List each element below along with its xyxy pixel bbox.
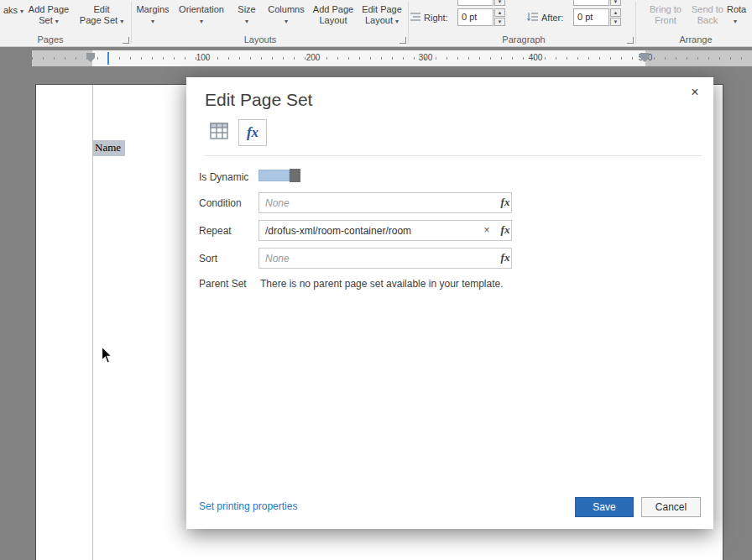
is-dynamic-label: Is Dynamic bbox=[199, 171, 248, 183]
chevron-down-icon: ▾ bbox=[395, 18, 399, 25]
spinner-down-icon[interactable]: ▼ bbox=[494, 18, 505, 26]
margins-button[interactable]: Margins ▾ bbox=[133, 4, 173, 27]
spinner-down-icon[interactable]: ▼ bbox=[610, 18, 621, 26]
chevron-down-icon: ▾ bbox=[55, 18, 59, 25]
is-dynamic-toggle[interactable] bbox=[258, 169, 300, 182]
paragraph-dialog-launcher-icon[interactable] bbox=[627, 37, 634, 44]
after-spacing-label: After: bbox=[541, 13, 563, 23]
orientation-button[interactable]: Orientation ▾ bbox=[175, 4, 228, 27]
right-spacing-label: Right: bbox=[424, 13, 448, 23]
edit-page-layout-button[interactable]: Edit Page Layout ▾ bbox=[358, 4, 406, 27]
dialog-title: Edit Page Set bbox=[205, 90, 312, 110]
tab-page-set-expressions[interactable]: fx bbox=[238, 119, 267, 146]
set-printing-properties-link[interactable]: Set printing properties bbox=[199, 500, 297, 512]
columns-label: Columns bbox=[265, 4, 307, 15]
chevron-down-icon: ▾ bbox=[245, 18, 248, 25]
right-spacing-spinner[interactable]: 0 pt ▲ ▼ bbox=[457, 8, 505, 27]
fx-icon[interactable]: fx bbox=[499, 196, 512, 209]
rotate-label: Rota bbox=[727, 4, 752, 15]
sort-label: Sort bbox=[199, 253, 217, 264]
condition-input[interactable] bbox=[258, 192, 512, 213]
size-button[interactable]: Size ▾ bbox=[230, 4, 264, 27]
edit-page-set-dialog: Edit Page Set × fx Is Dynamic Co bbox=[186, 77, 713, 529]
ruler-cursor-indicator bbox=[107, 52, 109, 65]
mouse-cursor-icon bbox=[101, 346, 113, 369]
cropped-spinner[interactable]: ▲▼ bbox=[457, 0, 505, 7]
breaks-label: aks bbox=[3, 5, 18, 15]
parent-set-label: Parent Set bbox=[199, 278, 247, 290]
horizontal-ruler[interactable]: 100 200 300 400 500 bbox=[32, 50, 752, 66]
bring-to-front-button[interactable]: Bring to Front bbox=[643, 4, 688, 26]
spacing-after-icon bbox=[527, 11, 539, 26]
after-spacing-value[interactable]: 0 pt bbox=[573, 8, 609, 26]
clear-icon[interactable]: × bbox=[481, 224, 493, 236]
ruler-number: 400 bbox=[525, 53, 546, 62]
add-page-layout-button[interactable]: Add Page Layout bbox=[309, 4, 358, 26]
add-page-layout-label-line1: Add Page bbox=[309, 4, 358, 15]
pages-dialog-launcher-icon[interactable] bbox=[123, 37, 129, 44]
edit-page-layout-label-line1: Edit Page bbox=[358, 4, 406, 15]
chevron-down-icon: ▾ bbox=[285, 18, 288, 25]
layouts-dialog-launcher-icon[interactable] bbox=[400, 37, 406, 44]
parent-set-message: There is no parent page set available in… bbox=[260, 278, 504, 290]
pages-group-label: Pages bbox=[17, 34, 84, 44]
page-set-grid-icon bbox=[209, 121, 229, 144]
spinner-down-icon[interactable]: ▼ bbox=[610, 0, 621, 6]
sort-input[interactable] bbox=[258, 248, 512, 269]
fx-icon[interactable]: fx bbox=[499, 223, 512, 237]
spinner-up-icon[interactable]: ▲ bbox=[494, 8, 505, 17]
ruler-number: 300 bbox=[415, 53, 436, 62]
toggle-track bbox=[258, 170, 290, 181]
arrange-group-label: Arrange bbox=[640, 34, 752, 44]
tab-page-set-general[interactable] bbox=[205, 119, 233, 146]
add-page-layout-label-line2: Layout bbox=[309, 15, 358, 26]
ruler-number: 200 bbox=[303, 53, 323, 62]
chevron-down-icon: ▾ bbox=[120, 18, 123, 25]
cancel-button[interactable]: Cancel bbox=[641, 497, 701, 517]
selected-table-cell[interactable]: Name bbox=[93, 140, 125, 156]
edit-page-set-button[interactable]: Edit Page Set ▾ bbox=[77, 4, 126, 27]
layouts-group-label: Layouts bbox=[134, 34, 386, 44]
send-to-back-label-line1: Send to bbox=[687, 4, 728, 15]
send-to-back-button[interactable]: Send to Back bbox=[687, 4, 728, 26]
chevron-down-icon: ▾ bbox=[200, 18, 203, 25]
edit-page-layout-label-line2: Layout bbox=[365, 15, 393, 25]
ribbon-toolbar: aks ▾ Add Page Set ▾ Edit Page Set ▾ Pag… bbox=[0, 0, 752, 47]
edit-page-set-label-line1: Edit bbox=[77, 4, 126, 15]
fx-icon[interactable]: fx bbox=[499, 251, 512, 264]
ruler-number: 100 bbox=[193, 53, 213, 62]
edit-page-set-label-line2: Page Set bbox=[80, 15, 118, 25]
after-spacing-spinner[interactable]: 0 pt ▲ ▼ bbox=[573, 8, 621, 27]
spinner-down-icon[interactable]: ▼ bbox=[494, 0, 505, 6]
group-divider bbox=[131, 2, 132, 44]
repeat-input[interactable] bbox=[258, 220, 512, 241]
add-page-set-label-line2: Set bbox=[39, 15, 53, 25]
bring-to-front-label-line1: Bring to bbox=[643, 4, 688, 15]
fx-icon: fx bbox=[247, 124, 258, 141]
paragraph-group-label: Paragraph bbox=[411, 34, 636, 44]
add-page-set-label-line1: Add Page bbox=[24, 4, 74, 15]
bring-to-front-label-line2: Front bbox=[643, 15, 688, 26]
condition-label: Condition bbox=[199, 197, 242, 209]
spinner-up-icon[interactable]: ▲ bbox=[610, 8, 621, 17]
dialog-divider bbox=[205, 155, 702, 156]
send-to-back-label-line2: Back bbox=[687, 15, 728, 26]
add-page-set-button[interactable]: Add Page Set ▾ bbox=[24, 4, 74, 27]
rotate-button[interactable]: Rota ▾ bbox=[727, 4, 752, 27]
margins-label: Margins bbox=[133, 4, 173, 15]
close-icon[interactable]: × bbox=[685, 82, 705, 102]
cropped-spinner[interactable]: ▲▼ bbox=[573, 0, 621, 7]
size-label: Size bbox=[230, 4, 264, 15]
chevron-down-icon: ▾ bbox=[734, 18, 737, 25]
group-divider bbox=[635, 2, 636, 44]
save-button[interactable]: Save bbox=[575, 497, 634, 517]
right-spacing-value[interactable]: 0 pt bbox=[457, 8, 494, 26]
orientation-label: Orientation bbox=[175, 4, 228, 15]
repeat-label: Repeat bbox=[199, 225, 232, 237]
chevron-down-icon: ▾ bbox=[151, 18, 154, 25]
group-divider bbox=[408, 2, 409, 44]
columns-button[interactable]: Columns ▾ bbox=[265, 4, 307, 27]
app-screen: aks ▾ Add Page Set ▾ Edit Page Set ▾ Pag… bbox=[0, 0, 752, 560]
indent-right-icon bbox=[410, 11, 421, 26]
toggle-knob[interactable] bbox=[290, 169, 300, 182]
